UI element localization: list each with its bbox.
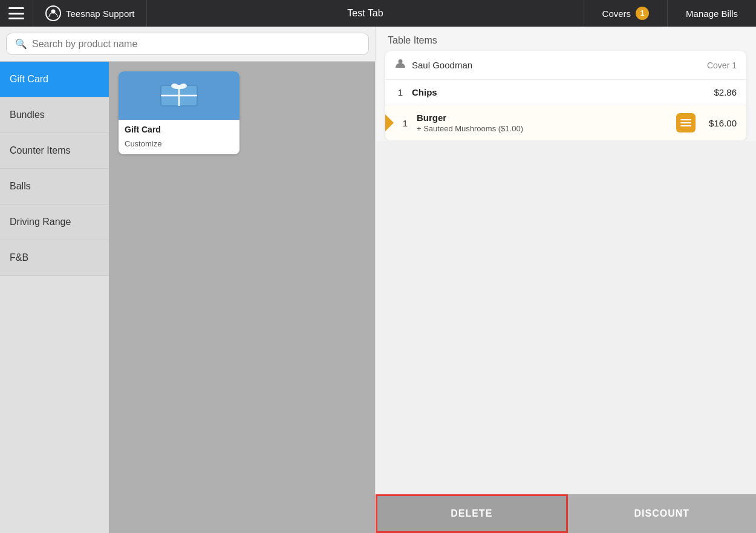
main-content: 🔍 Gift Card Bundles Counter Items Balls <box>0 27 756 533</box>
sidebar-item-bundles[interactable]: Bundles <box>0 97 109 133</box>
search-bar-container: 🔍 <box>0 27 375 62</box>
product-grid: Gift Card Customize <box>109 62 375 533</box>
modified-indicator <box>385 114 394 131</box>
menu-section <box>0 0 33 27</box>
order-card: Saul Goodman Cover 1 1 Chips $2.86 1 <box>385 51 746 141</box>
sidebar-item-balls[interactable]: Balls <box>0 169 109 204</box>
person-icon <box>395 58 406 72</box>
left-panel: 🔍 Gift Card Bundles Counter Items Balls <box>0 27 375 533</box>
item-price-burger: $16.00 <box>709 118 737 128</box>
order-person-row[interactable]: Saul Goodman Cover 1 <box>385 51 746 80</box>
product-card-name: Gift Card <box>119 120 240 139</box>
manage-bills-button[interactable]: Manage Bills <box>668 0 756 27</box>
search-icon: 🔍 <box>15 38 27 50</box>
note-icon[interactable] <box>676 113 696 132</box>
category-list: Gift Card Bundles Counter Items Balls Dr… <box>0 62 109 533</box>
category-product-area: Gift Card Bundles Counter Items Balls Dr… <box>0 62 375 533</box>
right-spacer <box>376 141 756 494</box>
sidebar-item-counter-items[interactable]: Counter Items <box>0 133 109 169</box>
table-items-header: Table Items <box>376 27 756 51</box>
item-name: Chips <box>412 87 708 97</box>
product-card-icon <box>119 71 240 120</box>
product-card-gift-card[interactable]: Gift Card Customize <box>119 71 240 154</box>
top-bar: Teesnap Support Test Tab Covers 1 Manage… <box>0 0 756 27</box>
right-inner: Table Items Saul Goodman Cover 1 1 <box>376 27 756 533</box>
svg-point-4 <box>399 59 403 64</box>
item-name-area: Chips <box>412 87 708 97</box>
item-qty: 1 <box>395 87 406 97</box>
discount-button[interactable]: DISCOUNT <box>568 494 757 533</box>
sidebar-item-fnb[interactable]: F&B <box>0 240 109 276</box>
user-info[interactable]: Teesnap Support <box>33 0 147 27</box>
delete-button[interactable]: DELETE <box>376 494 568 533</box>
bottom-buttons: DELETE DISCOUNT <box>376 494 756 533</box>
item-price: $2.86 <box>714 87 737 97</box>
order-item-row[interactable]: 1 Chips $2.86 <box>385 80 746 105</box>
product-card-sublabel: Customize <box>119 139 240 154</box>
gift-card-svg-icon <box>158 80 200 111</box>
search-bar: 🔍 <box>6 33 369 55</box>
item-name-burger: Burger <box>417 113 670 123</box>
item-name-area-burger: Burger + Sauteed Mushrooms ($1.00) <box>417 113 670 133</box>
person-name: Saul Goodman <box>412 60 701 70</box>
tab-name[interactable]: Test Tab <box>147 0 584 27</box>
menu-icon[interactable] <box>8 7 24 19</box>
avatar <box>45 5 61 21</box>
cover-label: Cover 1 <box>707 60 737 70</box>
search-input[interactable] <box>32 39 360 50</box>
covers-section[interactable]: Covers 1 <box>584 0 668 27</box>
item-modifier: + Sauteed Mushrooms ($1.00) <box>417 124 670 133</box>
sidebar-item-gift-card[interactable]: Gift Card <box>0 62 109 97</box>
item-qty-burger: 1 <box>400 118 411 128</box>
user-name-label: Teesnap Support <box>66 8 134 19</box>
sidebar-item-driving-range[interactable]: Driving Range <box>0 204 109 240</box>
covers-badge: 1 <box>636 7 649 20</box>
right-panel: Table Items Saul Goodman Cover 1 1 <box>375 27 756 533</box>
order-item-row-burger[interactable]: 1 Burger + Sauteed Mushrooms ($1.00) $16… <box>385 105 746 141</box>
